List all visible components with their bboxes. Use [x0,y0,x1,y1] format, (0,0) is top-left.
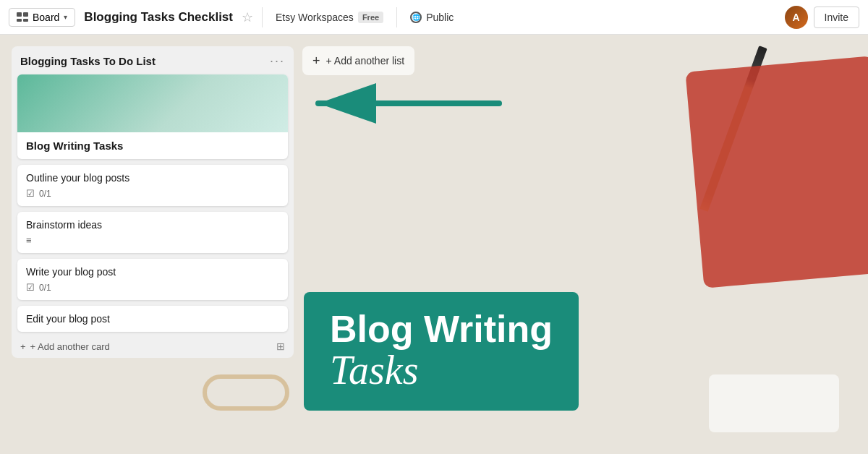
card-body: Outline your blog posts ☑ 0/1 [17,165,288,206]
card-title: Outline your blog posts [26,172,279,184]
invite-button[interactable]: Invite [814,7,859,28]
avatar[interactable]: A [785,6,808,29]
plus-icon: + [312,53,320,69]
card-brainstorm-ideas[interactable]: Brainstorm ideas ≡ [17,212,288,253]
overlay-title-script: Tasks [330,348,553,393]
column-footer: + + Add another card ⊞ [17,338,288,352]
column-menu-button[interactable]: ··· [270,53,285,69]
card-body: Blog Writing Tasks [17,132,288,159]
main-content: Blog Writing Tasks Blogging Tasks To Do … [0,35,868,454]
divider [262,7,263,27]
board-button[interactable]: Board ▾ [9,8,75,27]
card-blog-writing-tasks[interactable]: Blog Writing Tasks [17,74,288,159]
card-body: Edit your blog post [17,306,288,332]
free-badge: Free [358,12,383,23]
todo-column: Blogging Tasks To Do List ··· Blog Writi… [12,46,294,358]
card-title: Blog Writing Tasks [26,140,279,152]
overlay-text-box: Blog Writing Tasks [304,292,579,411]
card-progress: 0/1 [39,189,51,199]
header: Board ▾ Blogging Tasks Checklist ☆ Etsy … [0,0,868,35]
card-body: Brainstorm ideas ≡ [17,212,288,253]
card-meta: ☑ 0/1 [26,188,279,199]
card-body: Write your blog post ☑ 0/1 [17,259,288,300]
card-title: Edit your blog post [26,313,279,325]
card-write-blog-post[interactable]: Write your blog post ☑ 0/1 [17,259,288,300]
card-title: Brainstorm ideas [26,219,279,231]
board-icon [17,12,28,22]
template-icon[interactable]: ⊞ [276,340,285,352]
card-outline-posts[interactable]: Outline your blog posts ☑ 0/1 [17,165,288,206]
chevron-down-icon: ▾ [64,13,67,21]
star-icon[interactable]: ☆ [242,9,253,25]
add-card-label: + Add another card [30,341,110,352]
checkbox-icon: ☑ [26,282,35,293]
public-button[interactable]: 🌐 Public [403,9,461,26]
white-item-decoration [709,374,839,432]
column-header: Blogging Tasks To Do List ··· [17,53,288,74]
workspace-label: Etsy Workspaces [276,12,354,23]
card-title: Write your blog post [26,266,279,278]
card-meta: ≡ [26,235,279,246]
workspace-button[interactable]: Etsy Workspaces Free [268,9,391,26]
red-card-decoration [685,56,868,288]
add-list-label: + Add another list [326,55,405,67]
add-list-button[interactable]: + + Add another list [302,46,414,75]
divider2 [396,7,397,27]
board-label: Board [33,12,59,23]
globe-icon: 🌐 [410,12,422,23]
card-edit-blog-post[interactable]: Edit your blog post [17,306,288,332]
page-title: Blogging Tasks Checklist [84,10,233,25]
card-progress: 0/1 [39,283,51,293]
plus-icon: + [20,341,26,352]
add-card-button[interactable]: + + Add another card [20,341,110,352]
public-label: Public [426,12,454,23]
checkbox-icon: ☑ [26,188,35,199]
card-cover-image [17,74,288,132]
card-meta: ☑ 0/1 [26,282,279,293]
column-title: Blogging Tasks To Do List [20,55,156,67]
overlay-title-main: Blog Writing [330,309,553,349]
description-icon: ≡ [26,235,32,246]
